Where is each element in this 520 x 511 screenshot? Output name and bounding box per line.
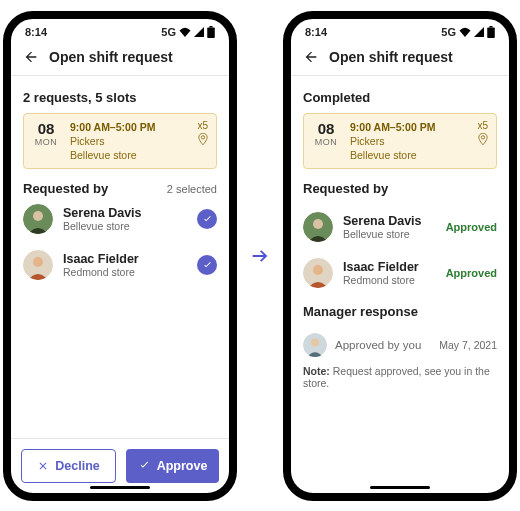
app-header: Open shift request [11, 41, 229, 76]
person-sub: Bellevue store [63, 220, 142, 232]
shift-qty: x5 [477, 120, 488, 131]
status-net: 5G [161, 26, 176, 38]
shift-time: 9:00 AM–5:00 PM [70, 120, 187, 134]
svg-point-9 [313, 219, 323, 229]
page-title: Open shift request [49, 49, 173, 65]
svg-rect-6 [490, 26, 493, 28]
wifi-icon [179, 27, 191, 37]
decline-button[interactable]: Decline [21, 449, 116, 483]
avatar [23, 204, 53, 234]
shift-date: 08 MON [312, 120, 340, 163]
svg-rect-1 [207, 27, 215, 38]
shift-badges: x5 [477, 120, 488, 163]
status-time: 8:14 [25, 26, 47, 38]
manager-date: May 7, 2021 [439, 339, 497, 351]
avatar [303, 258, 333, 288]
person-name: Serena Davis [343, 214, 422, 228]
action-footer: Decline Approve [11, 438, 229, 493]
shift-location: Bellevue store [350, 148, 467, 162]
person-text: Isaac Fielder Redmond store [63, 252, 139, 278]
svg-point-13 [311, 339, 319, 347]
summary-text: Completed [303, 90, 497, 105]
phone-after: 8:14 5G Open shift request Completed 08 … [283, 11, 517, 501]
back-icon[interactable] [303, 49, 319, 65]
shift-card[interactable]: 08 MON 9:00 AM–5:00 PM Pickers Bellevue … [23, 113, 217, 170]
shift-role: Pickers [350, 134, 467, 148]
home-indicator [90, 486, 150, 489]
person-name: Serena Davis [63, 206, 142, 220]
home-indicator [370, 486, 430, 489]
summary-text: 2 requests, 5 slots [23, 90, 217, 105]
person-row[interactable]: Isaac Fielder Redmond store [23, 242, 217, 288]
status-icons: 5G [441, 26, 495, 38]
signal-icon [194, 27, 204, 37]
status-bar: 8:14 5G [11, 19, 229, 41]
note-label: Note: [303, 365, 330, 377]
person-text: Isaac Fielder Redmond store [343, 260, 419, 286]
battery-icon [487, 26, 495, 38]
date-day: MON [312, 137, 340, 147]
avatar [23, 250, 53, 280]
person-row[interactable]: Serena Davis Bellevue store [23, 196, 217, 242]
shift-badges: x5 [197, 120, 208, 163]
checkbox-checked[interactable] [197, 209, 217, 229]
battery-icon [207, 26, 215, 38]
approve-label: Approve [157, 459, 208, 473]
person-row[interactable]: Isaac Fielder Redmond store Approved [303, 250, 497, 296]
check-icon [202, 260, 213, 271]
manager-response-label: Manager response [303, 304, 497, 319]
person-name: Isaac Fielder [343, 260, 419, 274]
person-sub: Bellevue store [343, 228, 422, 240]
avatar [303, 212, 333, 242]
status-bar: 8:14 5G [291, 19, 509, 41]
person-sub: Redmond store [343, 274, 419, 286]
decline-label: Decline [55, 459, 99, 473]
page-title: Open shift request [329, 49, 453, 65]
shift-time: 9:00 AM–5:00 PM [350, 120, 467, 134]
shift-date: 08 MON [32, 120, 60, 163]
svg-rect-0 [210, 26, 213, 28]
shift-info: 9:00 AM–5:00 PM Pickers Bellevue store [350, 120, 467, 163]
back-icon[interactable] [23, 49, 39, 65]
person-sub: Redmond store [63, 266, 139, 278]
person-row[interactable]: Serena Davis Bellevue store Approved [303, 204, 497, 250]
check-icon [202, 214, 213, 225]
shift-card[interactable]: 08 MON 9:00 AM–5:00 PM Pickers Bellevue … [303, 113, 497, 170]
status-time: 8:14 [305, 26, 327, 38]
signal-icon [474, 27, 484, 37]
date-day: MON [32, 137, 60, 147]
svg-rect-7 [487, 27, 495, 38]
requested-by-label: Requested by [23, 181, 108, 196]
manager-row: Approved by you May 7, 2021 [303, 327, 497, 359]
location-icon [198, 133, 208, 145]
content: 2 requests, 5 slots 08 MON 9:00 AM–5:00 … [11, 76, 229, 438]
transition-arrow-icon [249, 245, 271, 267]
location-icon [478, 133, 488, 145]
avatar [303, 333, 327, 357]
wifi-icon [459, 27, 471, 37]
selected-count: 2 selected [167, 183, 217, 195]
svg-point-11 [313, 265, 323, 275]
status-approved: Approved [446, 221, 497, 233]
shift-role: Pickers [70, 134, 187, 148]
shift-info: 9:00 AM–5:00 PM Pickers Bellevue store [70, 120, 187, 163]
svg-point-3 [33, 211, 43, 221]
checkbox-checked[interactable] [197, 255, 217, 275]
person-text: Serena Davis Bellevue store [343, 214, 422, 240]
requested-by-label: Requested by [303, 181, 497, 196]
status-net: 5G [441, 26, 456, 38]
check-icon [138, 459, 151, 472]
shift-qty: x5 [197, 120, 208, 131]
date-number: 08 [312, 120, 340, 137]
approve-button[interactable]: Approve [126, 449, 219, 483]
phone-before: 8:14 5G Open shift request 2 requests, 5… [3, 11, 237, 501]
manager-note: Note: Request approved, see you in the s… [303, 365, 497, 389]
status-icons: 5G [161, 26, 215, 38]
note-text: Request approved, see you in the store. [303, 365, 490, 389]
person-name: Isaac Fielder [63, 252, 139, 266]
content: Completed 08 MON 9:00 AM–5:00 PM Pickers… [291, 76, 509, 493]
svg-point-5 [33, 257, 43, 267]
status-approved: Approved [446, 267, 497, 279]
app-header: Open shift request [291, 41, 509, 76]
date-number: 08 [32, 120, 60, 137]
